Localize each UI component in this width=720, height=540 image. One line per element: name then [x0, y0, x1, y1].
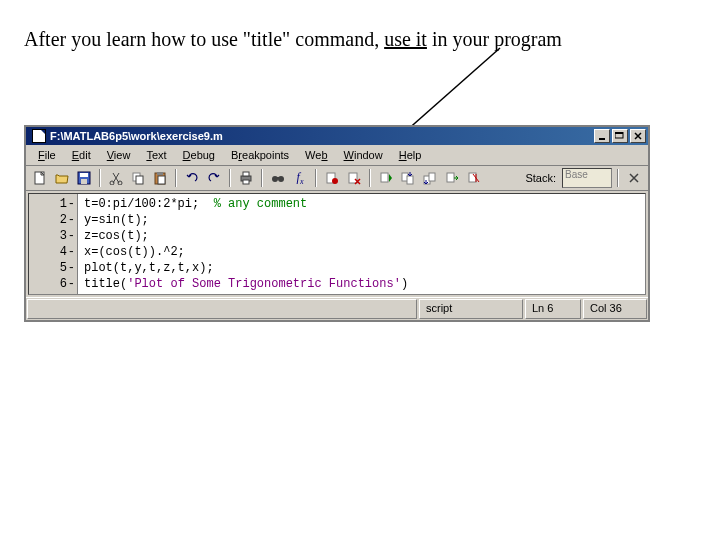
toolbar-separator: [175, 169, 177, 187]
menubar: File Edit View Text Debug Breakpoints We…: [26, 145, 648, 166]
menu-help[interactable]: Help: [391, 147, 430, 163]
toolbar: fx Stack: Base: [26, 166, 648, 191]
step-out-icon: [423, 171, 437, 185]
fx-icon: fx: [297, 170, 304, 186]
dock-button[interactable]: [624, 168, 644, 188]
step-icon: [379, 171, 393, 185]
new-file-button[interactable]: [30, 168, 50, 188]
menu-text[interactable]: Text: [138, 147, 174, 163]
toolbar-separator: [229, 169, 231, 187]
gutter-line[interactable]: 3-: [29, 228, 77, 244]
editor-window: F:\MATLAB6p5\work\exercise9.m File Edit …: [24, 125, 650, 322]
document-icon: [32, 129, 46, 143]
gutter-line[interactable]: 5-: [29, 260, 77, 276]
svg-rect-7: [81, 179, 87, 184]
status-type: script: [419, 299, 523, 319]
binoculars-icon: [271, 171, 285, 185]
code-text: plot(t,y,t,z,t,x);: [84, 261, 214, 275]
caption-underline: use it: [384, 28, 427, 50]
exit-debug-button[interactable]: [464, 168, 484, 188]
clear-breakpoint-button[interactable]: [344, 168, 364, 188]
window-title: F:\MATLAB6p5\work\exercise9.m: [50, 130, 594, 142]
svg-rect-30: [469, 173, 476, 182]
titlebar[interactable]: F:\MATLAB6p5\work\exercise9.m: [26, 127, 648, 145]
code-text: z=cos(t);: [84, 229, 149, 243]
menu-debug[interactable]: Debug: [175, 147, 223, 163]
line-number: 6: [60, 277, 67, 291]
svg-rect-20: [276, 177, 280, 179]
step-button[interactable]: [376, 168, 396, 188]
minimize-button[interactable]: [594, 129, 610, 143]
code-line: t=0:pi/100:2*pi; % any comment: [84, 196, 639, 212]
gutter-line[interactable]: 1-: [29, 196, 77, 212]
code-line: z=cos(t);: [84, 228, 639, 244]
maximize-button[interactable]: [612, 129, 628, 143]
undo-icon: [185, 171, 199, 185]
svg-rect-14: [158, 176, 165, 184]
toolbar-separator: [617, 169, 619, 187]
page-caption: After you learn how to use "title" comma…: [24, 28, 562, 51]
continue-icon: [445, 171, 459, 185]
save-button[interactable]: [74, 168, 94, 188]
breakpoint-clear-icon: [347, 171, 361, 185]
redo-button[interactable]: [204, 168, 224, 188]
paste-icon: [153, 171, 167, 185]
insert-function-button[interactable]: fx: [290, 168, 310, 188]
status-col: Col 36: [583, 299, 647, 319]
dock-icon: [628, 172, 640, 184]
svg-rect-29: [447, 173, 454, 182]
line-number: 5: [60, 261, 67, 275]
copy-button[interactable]: [128, 168, 148, 188]
breakpoint-dash: -: [68, 229, 75, 243]
svg-rect-1: [599, 138, 605, 140]
undo-button[interactable]: [182, 168, 202, 188]
code-string: 'Plot of Some Trigonometric Functions': [127, 277, 401, 291]
code-text: x=(cos(t)).^2;: [84, 245, 185, 259]
toolbar-separator: [369, 169, 371, 187]
maximize-icon: [615, 132, 625, 140]
paste-button[interactable]: [150, 168, 170, 188]
svg-point-22: [332, 178, 338, 184]
line-gutter[interactable]: 1- 2- 3- 4- 5- 6-: [29, 194, 78, 294]
scissors-icon: [109, 171, 123, 185]
close-button[interactable]: [630, 129, 646, 143]
exit-debug-icon: [467, 171, 481, 185]
menu-window[interactable]: Window: [336, 147, 391, 163]
code-editor[interactable]: t=0:pi/100:2*pi; % any commenty=sin(t);z…: [78, 194, 645, 294]
stack-select[interactable]: Base: [562, 168, 612, 188]
menu-view[interactable]: View: [99, 147, 139, 163]
redo-icon: [207, 171, 221, 185]
code-line: title('Plot of Some Trigonometric Functi…: [84, 276, 639, 292]
gutter-line[interactable]: 4-: [29, 244, 77, 260]
menu-file[interactable]: File: [30, 147, 64, 163]
continue-button[interactable]: [442, 168, 462, 188]
gutter-line[interactable]: 6-: [29, 276, 77, 292]
caption-text-2: in your program: [427, 28, 562, 50]
step-out-button[interactable]: [420, 168, 440, 188]
open-folder-icon: [55, 171, 69, 185]
code-line: y=sin(t);: [84, 212, 639, 228]
toolbar-separator: [261, 169, 263, 187]
step-in-button[interactable]: [398, 168, 418, 188]
find-button[interactable]: [268, 168, 288, 188]
toolbar-separator: [315, 169, 317, 187]
menu-web[interactable]: Web: [297, 147, 335, 163]
status-line: Ln 6: [525, 299, 581, 319]
code-line: x=(cos(t)).^2;: [84, 244, 639, 260]
minimize-icon: [598, 132, 606, 140]
cut-button[interactable]: [106, 168, 126, 188]
editor-body: 1- 2- 3- 4- 5- 6- t=0:pi/100:2*pi; % any…: [28, 193, 646, 295]
menu-edit[interactable]: Edit: [64, 147, 99, 163]
step-in-icon: [401, 171, 415, 185]
svg-rect-28: [429, 173, 435, 181]
code-comment: % any comment: [214, 197, 308, 211]
print-icon: [239, 171, 253, 185]
svg-rect-13: [157, 172, 163, 175]
svg-rect-26: [407, 176, 413, 184]
menu-breakpoints[interactable]: Breakpoints: [223, 147, 297, 163]
gutter-line[interactable]: 2-: [29, 212, 77, 228]
print-button[interactable]: [236, 168, 256, 188]
set-breakpoint-button[interactable]: [322, 168, 342, 188]
new-file-icon: [33, 171, 47, 185]
open-file-button[interactable]: [52, 168, 72, 188]
